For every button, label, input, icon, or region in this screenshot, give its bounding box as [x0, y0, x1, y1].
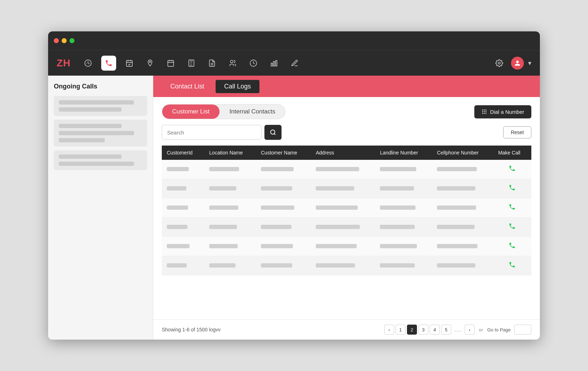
- make-call-button[interactable]: [509, 261, 516, 270]
- svg-rect-9: [271, 63, 273, 66]
- minimize-button[interactable]: [62, 38, 67, 43]
- make-call-button[interactable]: [509, 203, 516, 212]
- speedometer-icon[interactable]: [81, 56, 96, 71]
- calculator-icon[interactable]: [184, 56, 199, 71]
- table-cell: [432, 179, 493, 198]
- col-location-name: Location Name: [204, 146, 256, 160]
- table-cell: [311, 256, 375, 275]
- svg-rect-11: [276, 60, 277, 66]
- svg-rect-1: [127, 60, 133, 66]
- next-page-button[interactable]: ›: [465, 325, 475, 335]
- table-cell: [375, 160, 432, 179]
- make-call-button[interactable]: [509, 242, 516, 251]
- table-cell: [204, 237, 256, 256]
- page-5-button[interactable]: 5: [441, 325, 451, 335]
- tab-contact-list[interactable]: Contact List: [162, 80, 213, 93]
- phone-icon[interactable]: [101, 56, 116, 71]
- skeleton: [59, 138, 105, 142]
- user-avatar[interactable]: [511, 57, 524, 70]
- svg-rect-10: [273, 61, 275, 66]
- search-icon: [270, 129, 276, 136]
- or-text: or: [479, 327, 483, 332]
- table-row: [162, 160, 531, 179]
- table-cell: [432, 218, 493, 237]
- title-bar: [48, 31, 540, 50]
- table-row: [162, 198, 531, 218]
- table-cell: [162, 256, 204, 275]
- make-call-cell: [493, 237, 531, 256]
- nav-right: ▾: [492, 56, 531, 71]
- chart-icon[interactable]: [267, 56, 282, 71]
- skeleton: [59, 154, 122, 159]
- table-cell: [375, 198, 432, 218]
- sidebar-card: [54, 120, 147, 147]
- search-input[interactable]: [162, 125, 262, 140]
- table-row: [162, 256, 531, 275]
- pagination: ‹ 1 2 3 4 5 ...... › or Go to Page: [384, 325, 531, 335]
- make-call-cell: [493, 218, 531, 237]
- make-call-button[interactable]: [509, 184, 516, 193]
- inner-content: Customer List Internal Contacts Dial a N…: [153, 97, 540, 319]
- table-cell: [432, 160, 493, 179]
- make-call-button[interactable]: [509, 223, 516, 232]
- page-2-button[interactable]: 2: [407, 325, 417, 335]
- table-cell: [311, 237, 375, 256]
- svg-point-18: [485, 111, 486, 112]
- reset-button[interactable]: Reset: [503, 126, 531, 138]
- go-to-page-input[interactable]: [514, 325, 531, 335]
- page-4-button[interactable]: 4: [430, 325, 440, 335]
- table-cell: [256, 198, 311, 218]
- maximize-button[interactable]: [69, 38, 74, 43]
- make-call-cell: [493, 179, 531, 198]
- col-make-call: Make Call: [493, 146, 531, 160]
- table-cell: [311, 160, 375, 179]
- table-cell: [311, 198, 375, 218]
- team-icon[interactable]: [225, 56, 240, 71]
- dropdown-chevron-icon[interactable]: ▾: [528, 59, 531, 67]
- skeleton: [59, 131, 134, 135]
- sidebar-card: [54, 150, 147, 170]
- table-cell: [204, 160, 256, 179]
- skeleton: [59, 162, 134, 166]
- calendar-icon[interactable]: [163, 56, 178, 71]
- search-button[interactable]: [264, 125, 282, 140]
- go-to-page-label: Go to Page: [487, 327, 511, 332]
- page-dots: ......: [453, 327, 463, 332]
- sidebar-card: [54, 96, 147, 116]
- table-cell: [311, 218, 375, 237]
- notes-icon[interactable]: [287, 56, 302, 71]
- svg-rect-3: [168, 60, 174, 66]
- svg-point-21: [485, 113, 486, 114]
- table-cell: [432, 237, 493, 256]
- settings-icon[interactable]: [492, 56, 507, 71]
- tab-customer-list[interactable]: Customer List: [162, 105, 220, 119]
- showing-text: Showing 1-6 of 1500 logvv: [162, 327, 221, 332]
- page-3-button[interactable]: 3: [418, 325, 428, 335]
- table-cell: [204, 198, 256, 218]
- make-call-cell: [493, 160, 531, 179]
- svg-point-20: [484, 113, 485, 114]
- make-call-button[interactable]: [509, 165, 516, 174]
- svg-point-2: [149, 61, 151, 62]
- table-footer: Showing 1-6 of 1500 logvv ‹ 1 2 3 4 5 ..…: [153, 319, 540, 340]
- skeleton: [59, 100, 134, 105]
- calendar-check-icon[interactable]: [122, 56, 137, 71]
- svg-point-17: [484, 111, 485, 112]
- tab-internal-contacts[interactable]: Internal Contacts: [220, 105, 285, 119]
- table-cell: [162, 160, 204, 179]
- traffic-lights: [54, 38, 74, 43]
- close-button[interactable]: [54, 38, 59, 43]
- page-1-button[interactable]: 1: [396, 325, 406, 335]
- dial-number-button[interactable]: Dial a Number: [474, 105, 531, 118]
- skeleton: [59, 107, 122, 112]
- clock-icon[interactable]: [246, 56, 261, 71]
- tab-call-logs[interactable]: Call Logs: [216, 80, 259, 93]
- svg-point-7: [231, 60, 233, 62]
- prev-page-button[interactable]: ‹: [384, 325, 394, 335]
- search-row: Reset: [162, 125, 531, 140]
- col-customer-id: CustomerId: [162, 146, 204, 160]
- location-icon[interactable]: [143, 56, 158, 71]
- make-call-cell: [493, 256, 531, 275]
- report-icon[interactable]: [205, 56, 220, 71]
- top-nav: ZH: [48, 50, 540, 76]
